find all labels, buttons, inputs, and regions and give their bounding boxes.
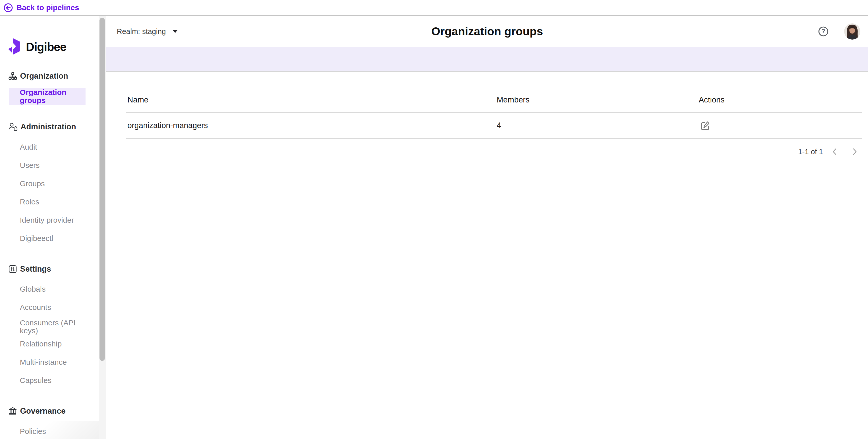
realm-label: Realm: staging	[117, 27, 166, 36]
sidebar: Digibee Organization Organization groups	[0, 16, 106, 439]
sidebar-section-organization: Organization	[0, 68, 106, 84]
sidebar-item-label: Audit	[20, 143, 37, 151]
user-avatar[interactable]	[844, 23, 860, 40]
section-label-governance: Governance	[20, 407, 65, 416]
pagination: 1-1 of 1	[798, 144, 862, 159]
sidebar-item-label: Globals	[20, 285, 46, 294]
header-actions: ?	[818, 16, 860, 47]
sidebar-item-consumers-api-keys[interactable]: Consumers (API keys)	[0, 315, 106, 338]
edit-group-button[interactable]	[700, 121, 710, 131]
question-mark-glyph: ?	[822, 28, 825, 34]
brand-name: Digibee	[26, 40, 66, 54]
sidebar-section-administration: Administration	[0, 119, 106, 134]
app-root: Back to pipelines Digibee	[0, 0, 868, 439]
realm-selector[interactable]: Realm: staging	[117, 16, 178, 47]
sidebar-item-organization-groups[interactable]: Organization groups	[9, 88, 86, 105]
sidebar-item-accounts[interactable]: Accounts	[0, 300, 106, 315]
sidebar-item-digibeectl[interactable]: Digibeectl	[0, 231, 106, 246]
sidebar-section-governance: Governance	[0, 404, 106, 419]
digibee-logo-icon	[7, 38, 21, 56]
next-page-button[interactable]	[847, 144, 862, 159]
toolbar-band	[106, 47, 868, 72]
back-link-label: Back to pipelines	[17, 3, 79, 12]
group-members-cell: 4	[497, 113, 501, 138]
groups-table: Name Members Actions organization-manage…	[126, 88, 862, 139]
back-to-pipelines-link[interactable]: Back to pipelines	[4, 0, 79, 15]
pagination-range-label: 1-1 of 1	[798, 147, 823, 156]
sidebar-item-groups[interactable]: Groups	[0, 176, 106, 191]
page-title: Organization groups	[106, 16, 868, 47]
user-lock-icon	[8, 123, 18, 131]
sidebar-item-label: Users	[20, 161, 40, 170]
sidebar-item-identity-provider[interactable]: Identity provider	[0, 212, 106, 228]
sidebar-bottom-shadow	[0, 421, 106, 439]
sidebar-item-label: Identity provider	[20, 216, 74, 225]
sidebar-scrollbar-track	[99, 16, 106, 439]
chevron-down-icon	[172, 30, 178, 33]
sidebar-item-label: Capsules	[20, 376, 52, 385]
main-header: Organization groups Realm: staging ?	[106, 16, 868, 47]
group-name-cell: organization-managers	[127, 113, 208, 138]
sidebar-item-label: Groups	[20, 179, 45, 188]
top-bar: Back to pipelines	[0, 0, 868, 16]
sliders-icon	[8, 265, 17, 273]
sidebar-item-label: Digibeectl	[20, 234, 53, 243]
previous-page-button[interactable]	[828, 144, 842, 159]
digibee-logo[interactable]: Digibee	[7, 38, 66, 56]
column-header-members: Members	[497, 88, 529, 112]
help-button[interactable]: ?	[818, 26, 829, 37]
sidebar-item-globals[interactable]: Globals	[0, 281, 106, 297]
table-header-row: Name Members Actions	[126, 88, 862, 113]
sidebar-item-label: Relationship	[20, 340, 62, 348]
sidebar-item-label: Multi-instance	[20, 358, 67, 367]
sitemap-icon	[8, 72, 17, 80]
section-label-administration: Administration	[21, 122, 76, 131]
sidebar-item-capsules[interactable]: Capsules	[0, 373, 106, 388]
section-label-settings: Settings	[20, 265, 51, 274]
section-label-organization: Organization	[20, 71, 68, 81]
column-header-name: Name	[127, 88, 149, 112]
sidebar-item-label: Organization groups	[9, 88, 75, 104]
sidebar-item-users[interactable]: Users	[0, 158, 106, 173]
sidebar-scrollbar-thumb[interactable]	[99, 18, 105, 361]
sidebar-item-label: Consumers (API keys)	[20, 319, 78, 335]
sidebar-item-roles[interactable]: Roles	[0, 194, 106, 209]
bank-icon	[8, 407, 17, 415]
sidebar-item-label: Accounts	[20, 303, 51, 312]
arrow-left-circle-icon	[4, 3, 13, 12]
sidebar-section-settings: Settings	[0, 262, 106, 277]
table-row[interactable]: organization-managers 4	[126, 113, 862, 139]
sidebar-item-relationship[interactable]: Relationship	[0, 336, 106, 351]
sidebar-item-audit[interactable]: Audit	[0, 139, 106, 155]
sidebar-item-label: Roles	[20, 198, 39, 206]
sidebar-item-multi-instance[interactable]: Multi-instance	[0, 354, 106, 370]
column-header-actions: Actions	[699, 88, 724, 112]
